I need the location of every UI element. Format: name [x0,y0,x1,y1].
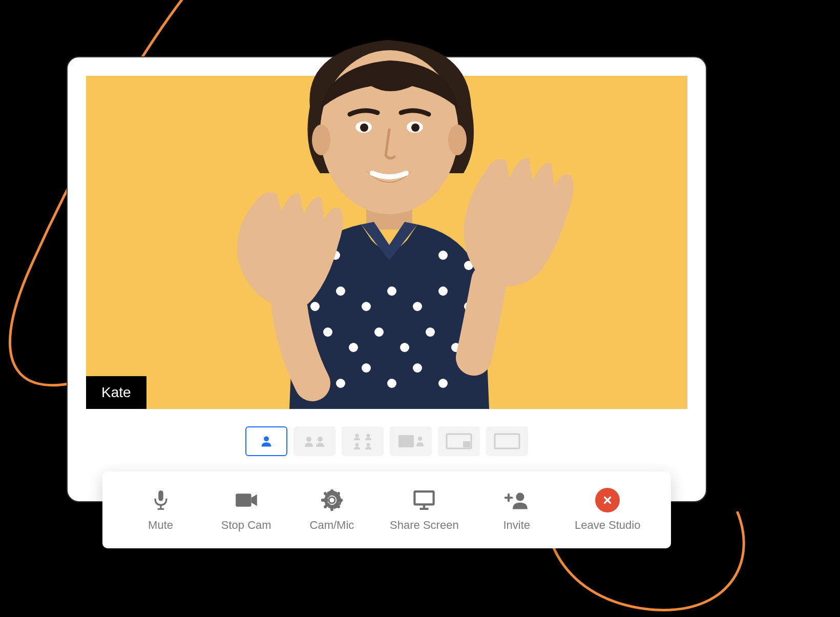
leave-studio-button[interactable]: Leave Studio [566,483,648,537]
svg-point-19 [426,327,435,337]
video-feed: Kate [86,76,687,409]
svg-point-32 [264,436,269,441]
svg-point-30 [438,251,448,260]
cam-mic-button[interactable]: Cam/Mic [296,483,368,537]
fullscreen-icon [492,431,522,451]
svg-rect-47 [236,493,251,507]
mute-label: Mute [148,519,173,532]
stop-cam-label: Stop Cam [221,519,271,532]
svg-line-56 [337,493,339,495]
invite-button[interactable]: Invite [481,483,553,537]
svg-line-53 [325,493,327,495]
svg-rect-59 [415,491,434,504]
layout-two-up[interactable] [293,426,335,456]
invite-label: Invite [503,519,531,532]
svg-point-36 [367,434,370,438]
svg-point-13 [438,286,448,296]
layout-picker [245,426,528,456]
monitor-icon [412,488,436,512]
svg-point-17 [374,327,384,337]
share-screen-button[interactable]: Share Screen [382,483,467,537]
add-person-icon [505,488,529,512]
mute-button[interactable]: Mute [125,483,197,537]
close-icon [595,488,620,512]
svg-rect-39 [398,435,414,447]
presenter-overlay-icon [444,431,474,451]
svg-point-58 [329,498,334,502]
control-toolbar: Mute Stop Cam [102,471,671,548]
participant-video [156,19,617,409]
layout-single[interactable] [245,426,287,456]
svg-point-34 [318,437,323,442]
svg-point-26 [438,379,448,388]
svg-point-7 [411,124,419,132]
svg-point-40 [418,437,422,441]
person-icon [259,434,274,448]
cam-mic-label: Cam/Mic [310,519,354,532]
svg-point-62 [516,493,524,501]
layout-grid-2x2[interactable] [342,426,384,456]
svg-rect-44 [158,490,163,501]
svg-point-23 [362,363,371,373]
svg-point-33 [306,437,311,442]
stop-cam-button[interactable]: Stop Cam [211,483,282,537]
svg-point-2 [312,125,330,155]
svg-point-25 [413,363,422,373]
studio-window: Kate [67,56,707,502]
svg-rect-42 [463,441,470,447]
svg-point-37 [355,443,359,447]
svg-point-18 [400,343,409,352]
svg-point-3 [448,125,467,155]
layout-presenter-side[interactable] [390,426,432,456]
svg-point-8 [310,302,320,311]
svg-point-9 [336,286,345,296]
grid-icon [349,431,376,451]
svg-line-55 [325,505,327,507]
layout-presenter-overlay[interactable] [438,426,480,456]
svg-rect-43 [495,434,519,448]
microphone-icon [149,488,173,512]
svg-point-24 [387,379,396,388]
participant-name-tag: Kate [86,376,146,409]
presenter-side-icon [395,431,426,451]
svg-point-11 [387,286,396,296]
svg-line-54 [337,505,339,507]
layout-fullscreen[interactable] [486,426,528,456]
svg-point-38 [367,443,370,447]
svg-point-35 [355,434,359,438]
gear-icon [320,488,344,512]
participant-name: Kate [101,384,131,400]
svg-point-15 [323,327,332,337]
leave-label: Leave Studio [575,519,640,532]
svg-point-22 [336,379,345,388]
camera-icon [234,488,259,512]
svg-point-10 [362,302,371,311]
svg-point-16 [349,343,358,352]
svg-point-12 [413,302,422,311]
svg-point-5 [360,124,368,132]
share-screen-label: Share Screen [390,519,459,532]
two-person-icon [301,433,328,450]
